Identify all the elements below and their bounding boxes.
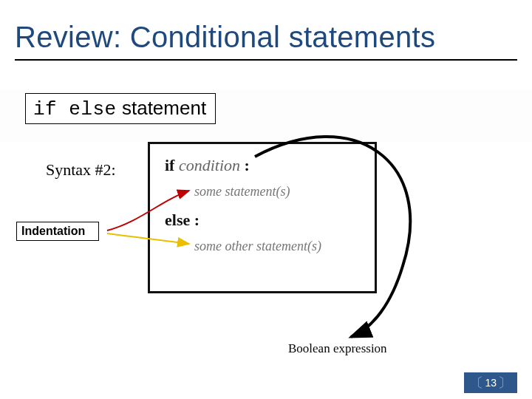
syntax-label: Syntax #2: [46,160,116,180]
title-underline [15,59,517,61]
code-else-keyword: else [165,211,190,229]
bracket-left-icon: 〔 [468,374,485,392]
subheading-text: statement [117,97,206,119]
code-line-body2: some other statement(s) [194,239,321,254]
boolean-expression-label: Boolean expression [288,341,387,356]
indentation-label-box: Indentation [16,222,99,241]
code-if-condition: condition [179,156,240,174]
code-box: if condition : some statement(s) else : … [148,142,377,293]
code-if-colon: : [240,156,250,174]
subheading-keyword: if else [33,98,117,120]
page-number: 13 [485,377,497,389]
subheading-box: if else statement [25,93,216,124]
slide: Review: Conditional statements if else s… [0,0,532,399]
page-title: Review: Conditional statements [15,21,435,54]
indentation-label: Indentation [21,225,85,237]
code-line-if: if condition : [165,156,250,175]
code-line-body1: some statement(s) [194,184,290,200]
page-number-pill: 〔 13 〕 [464,372,517,393]
code-else-colon: : [190,211,200,229]
bracket-right-icon: 〕 [497,374,513,392]
footer: 〔 13 〕 [464,372,517,393]
code-if-keyword: if [165,156,179,174]
code-line-else: else : [165,211,200,230]
